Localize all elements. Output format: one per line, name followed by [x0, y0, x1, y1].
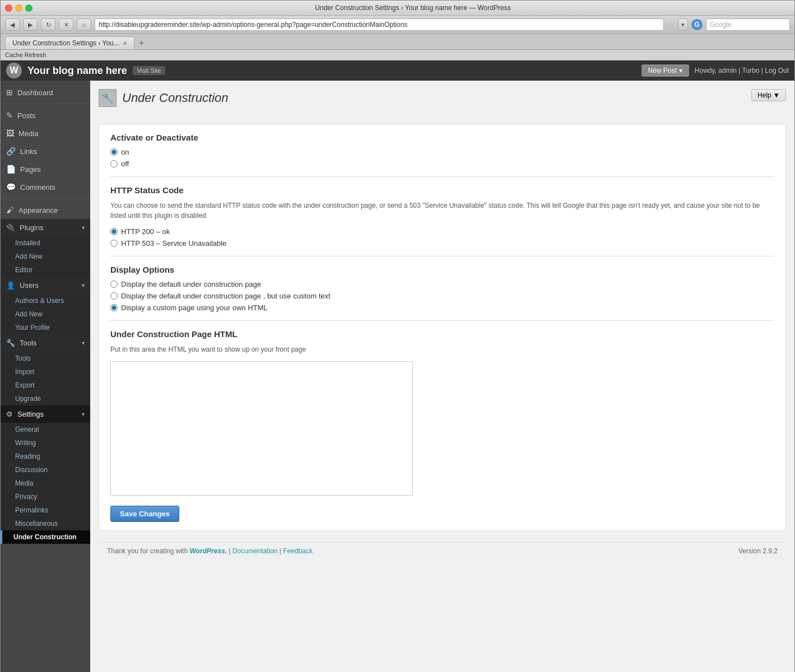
- sidebar-subitem-under-construction[interactable]: Under Construction: [1, 530, 90, 544]
- bookmark-dropdown[interactable]: ▾: [678, 18, 688, 31]
- sidebar-item-dashboard[interactable]: ⊞ Dashboard: [1, 83, 90, 101]
- active-tab[interactable]: Under Construction Settings ‹ You... ✕: [5, 36, 134, 49]
- sidebar-subitem-authors-users[interactable]: Authors & Users: [1, 294, 90, 307]
- display-opt3-input[interactable]: [110, 304, 118, 311]
- radio-http503-input[interactable]: [110, 240, 118, 247]
- sidebar-subitem-discussion[interactable]: Discussion: [1, 463, 90, 477]
- address-bar[interactable]: http://disableupgradereminder.site/wp-ad…: [95, 18, 664, 31]
- radio-http200-text: HTTP 200 – ok: [121, 227, 170, 236]
- tab-close-icon[interactable]: ✕: [123, 40, 127, 46]
- turbo-link[interactable]: Turbo: [742, 67, 760, 74]
- sidebar-item-appearance[interactable]: 🖌 Appearance: [1, 201, 90, 219]
- maximize-button[interactable]: [25, 4, 32, 12]
- sidebar-item-users[interactable]: 👤 Users ▾: [1, 277, 90, 294]
- radio-off-label[interactable]: off: [110, 160, 774, 168]
- display-section-title: Display Options: [110, 265, 774, 274]
- radio-off-input[interactable]: [110, 160, 118, 167]
- dashboard-icon: ⊞: [6, 88, 13, 97]
- sidebar-subitem-writing[interactable]: Writing: [1, 436, 90, 450]
- sidebar-label-appearance: Appearance: [18, 206, 58, 214]
- help-button[interactable]: Help ▼: [751, 89, 786, 101]
- sidebar-label-plugins: Plugins: [20, 223, 44, 232]
- sidebar-subitem-general[interactable]: General: [1, 423, 90, 436]
- sidebar-item-comments[interactable]: 💬 Comments: [1, 178, 90, 196]
- radio-on-input[interactable]: [110, 148, 118, 156]
- sidebar-subitem-media[interactable]: Media: [1, 477, 90, 490]
- radio-on-label[interactable]: on: [110, 148, 774, 156]
- bookmark-icon[interactable]: ☆: [667, 20, 675, 29]
- wp-admin: W Your blog name here Visit Site New Pos…: [1, 60, 794, 672]
- display-opt1-label[interactable]: Display the default under construction p…: [110, 280, 774, 288]
- display-opt2-label[interactable]: Display the default under construction p…: [110, 292, 774, 300]
- sidebar-subitem-reading[interactable]: Reading: [1, 450, 90, 463]
- browser-toolbar: ◀ ▶ ↻ ✕ ⌂ http://disableupgradereminder.…: [1, 16, 794, 34]
- tools-icon: 🔧: [6, 339, 15, 347]
- page-icon: 🔧: [99, 89, 117, 107]
- sidebar-sep1: [1, 104, 90, 104]
- sidebar-subitem-your-profile[interactable]: Your Profile: [1, 321, 90, 334]
- sidebar-subitem-upgrade[interactable]: Upgrade: [1, 392, 90, 405]
- minimize-button[interactable]: [15, 4, 22, 12]
- wp-footer: Thank you for creating with WordPress. |…: [99, 542, 786, 559]
- sidebar-item-plugins[interactable]: 🔌 Plugins ▾: [1, 219, 90, 236]
- sidebar-item-links[interactable]: 🔗 Links: [1, 142, 90, 160]
- sidebar-subitem-export[interactable]: Export: [1, 379, 90, 392]
- display-opt1-input[interactable]: [110, 281, 118, 288]
- new-post-label: New Post: [648, 67, 677, 74]
- home-button[interactable]: ⌂: [77, 18, 91, 31]
- sidebar-subitem-privacy[interactable]: Privacy: [1, 490, 90, 503]
- settings-icon: ⚙: [6, 410, 13, 418]
- new-post-button[interactable]: New Post ▾: [641, 64, 689, 77]
- wp-sidebar: ⊞ Dashboard ✎ Posts 🖼 Media 🔗 Links �: [1, 81, 90, 672]
- sidebar-label-pages: Pages: [20, 165, 41, 174]
- stop-button[interactable]: ✕: [59, 18, 73, 31]
- close-button[interactable]: [5, 4, 12, 12]
- radio-on-text: on: [121, 148, 129, 156]
- footer-documentation-link[interactable]: Documentation: [233, 547, 278, 555]
- users-icon: 👤: [6, 281, 15, 290]
- http-radio-group: HTTP 200 – ok HTTP 503 – Service Unavail…: [110, 227, 774, 248]
- forward-button[interactable]: ▶: [23, 18, 38, 31]
- sidebar-item-media[interactable]: 🖼 Media: [1, 124, 90, 142]
- admin-link[interactable]: admin: [718, 67, 737, 74]
- footer-feedback-link[interactable]: Feedback: [283, 547, 313, 555]
- sidebar-subitem-tools[interactable]: Tools: [1, 352, 90, 365]
- cache-bar: Cache Refresh: [1, 50, 794, 60]
- radio-http200-input[interactable]: [110, 228, 118, 235]
- new-tab-button[interactable]: +: [136, 36, 147, 49]
- new-post-dropdown-icon[interactable]: ▾: [679, 67, 682, 74]
- sidebar-subitem-addnew-plugins[interactable]: Add New: [1, 250, 90, 263]
- back-button[interactable]: ◀: [5, 18, 20, 31]
- search-box[interactable]: Google: [706, 18, 790, 31]
- appearance-icon: 🖌: [6, 206, 14, 214]
- cache-label: Cache Refresh: [5, 52, 46, 58]
- sidebar-item-tools[interactable]: 🔧 Tools ▾: [1, 334, 90, 352]
- sidebar-subitem-addnew-users[interactable]: Add New: [1, 307, 90, 321]
- footer-left: Thank you for creating with WordPress. |…: [107, 547, 313, 555]
- sidebar-item-pages[interactable]: 📄 Pages: [1, 160, 90, 178]
- display-opt3-label[interactable]: Display a custom page using your own HTM…: [110, 304, 774, 312]
- sidebar-subitem-miscellaneous[interactable]: Miscellaneous: [1, 517, 90, 530]
- html-textarea[interactable]: [110, 361, 413, 496]
- settings-arrow-icon: ▾: [82, 411, 85, 417]
- page-title: Under Construction: [122, 91, 229, 105]
- save-changes-button[interactable]: Save Changes: [110, 506, 179, 522]
- sidebar-subitem-editor[interactable]: Editor: [1, 263, 90, 277]
- links-icon: 🔗: [6, 147, 16, 156]
- radio-http200-label[interactable]: HTTP 200 – ok: [110, 227, 774, 236]
- radio-http503-label[interactable]: HTTP 503 – Service Unavailable: [110, 239, 774, 248]
- html-desc: Put in this area the HTML you want to sh…: [110, 344, 774, 354]
- activate-section-title: Activate or Deactivate: [110, 133, 774, 142]
- sidebar-item-posts[interactable]: ✎ Posts: [1, 106, 90, 124]
- visit-site-link[interactable]: Visit Site: [133, 66, 166, 75]
- sidebar-subitem-installed[interactable]: Installed: [1, 236, 90, 250]
- sidebar-subitem-permalinks[interactable]: Permalinks: [1, 503, 90, 517]
- settings-submenu: General Writing Reading Discussion Media…: [1, 423, 90, 544]
- refresh-button[interactable]: ↻: [41, 18, 55, 31]
- footer-wordpress-link[interactable]: WordPress.: [189, 547, 226, 555]
- logout-link[interactable]: Log Out: [765, 67, 789, 74]
- sidebar-subitem-import[interactable]: Import: [1, 365, 90, 379]
- display-opt2-input[interactable]: [110, 292, 118, 300]
- sidebar-item-settings[interactable]: ⚙ Settings ▾: [1, 405, 90, 423]
- sidebar-label-links: Links: [20, 147, 37, 156]
